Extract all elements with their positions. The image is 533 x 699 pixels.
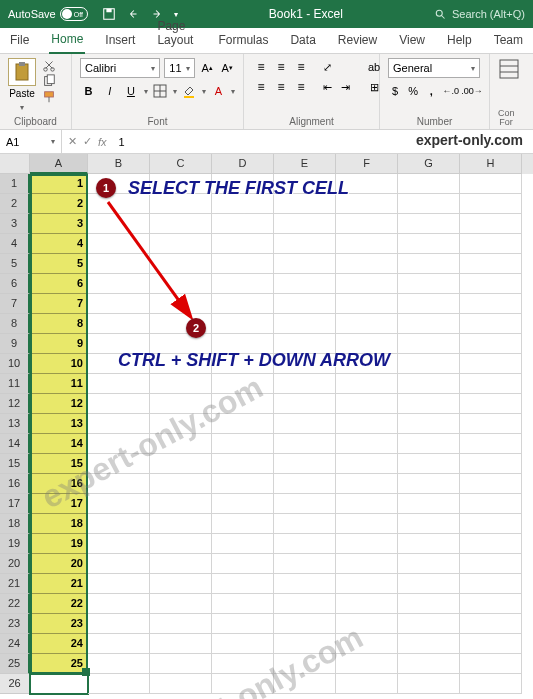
cell[interactable]: [460, 254, 522, 274]
cell[interactable]: 1: [30, 174, 88, 194]
col-header-b[interactable]: B: [88, 154, 150, 174]
cell[interactable]: 13: [30, 414, 88, 434]
cell[interactable]: [212, 554, 274, 574]
cell[interactable]: [274, 394, 336, 414]
cell[interactable]: [88, 654, 150, 674]
cell[interactable]: [460, 554, 522, 574]
cell[interactable]: [150, 474, 212, 494]
cell[interactable]: [336, 274, 398, 294]
cell[interactable]: [88, 574, 150, 594]
cell[interactable]: [460, 654, 522, 674]
row-header[interactable]: 1: [0, 174, 30, 194]
cell[interactable]: [88, 494, 150, 514]
cell[interactable]: [88, 374, 150, 394]
cell[interactable]: [398, 434, 460, 454]
search-box[interactable]: Search (Alt+Q): [434, 8, 525, 20]
copy-icon[interactable]: [42, 74, 56, 88]
increase-decimal-icon[interactable]: ←.0: [442, 82, 459, 100]
row-header[interactable]: 21: [0, 574, 30, 594]
cell[interactable]: [150, 634, 212, 654]
cell[interactable]: [150, 374, 212, 394]
cell[interactable]: [150, 654, 212, 674]
cell[interactable]: [398, 494, 460, 514]
col-header-d[interactable]: D: [212, 154, 274, 174]
cell[interactable]: [460, 294, 522, 314]
cell[interactable]: [274, 434, 336, 454]
fx-icon[interactable]: fx: [98, 136, 107, 148]
cell[interactable]: [150, 394, 212, 414]
cell[interactable]: 2: [30, 194, 88, 214]
cell[interactable]: [212, 614, 274, 634]
cell[interactable]: [398, 634, 460, 654]
cell[interactable]: [150, 274, 212, 294]
cell[interactable]: [88, 674, 150, 694]
cell[interactable]: [150, 554, 212, 574]
cell[interactable]: [274, 494, 336, 514]
row-header[interactable]: 6: [0, 274, 30, 294]
format-painter-icon[interactable]: [42, 90, 56, 104]
cell[interactable]: [336, 654, 398, 674]
cell[interactable]: [212, 254, 274, 274]
cell[interactable]: [88, 394, 150, 414]
cell[interactable]: 8: [30, 314, 88, 334]
decrease-indent-icon[interactable]: ⇤: [318, 78, 336, 96]
cancel-icon[interactable]: ✕: [68, 135, 77, 148]
cell[interactable]: [212, 274, 274, 294]
cell[interactable]: 9: [30, 334, 88, 354]
cell[interactable]: [150, 254, 212, 274]
cell[interactable]: [398, 294, 460, 314]
cell[interactable]: [274, 314, 336, 334]
cell[interactable]: [150, 614, 212, 634]
cell[interactable]: [274, 234, 336, 254]
cell[interactable]: [398, 654, 460, 674]
cell[interactable]: [398, 314, 460, 334]
cell[interactable]: [150, 594, 212, 614]
cell[interactable]: [88, 534, 150, 554]
cell[interactable]: 11: [30, 374, 88, 394]
cell[interactable]: [336, 634, 398, 654]
cell[interactable]: 16: [30, 474, 88, 494]
cell[interactable]: [212, 474, 274, 494]
cell[interactable]: [150, 234, 212, 254]
cell[interactable]: [460, 534, 522, 554]
cell[interactable]: [460, 174, 522, 194]
cell[interactable]: [274, 474, 336, 494]
tab-home[interactable]: Home: [49, 28, 85, 54]
cell[interactable]: [460, 634, 522, 654]
cell[interactable]: [398, 594, 460, 614]
fill-dropdown-icon[interactable]: ▾: [202, 87, 206, 96]
cell[interactable]: [460, 394, 522, 414]
cell[interactable]: [336, 474, 398, 494]
cell[interactable]: [398, 374, 460, 394]
number-format-select[interactable]: General▾: [388, 58, 480, 78]
cell[interactable]: [336, 534, 398, 554]
cell[interactable]: 10: [30, 354, 88, 374]
row-header[interactable]: 18: [0, 514, 30, 534]
col-header-e[interactable]: E: [274, 154, 336, 174]
cell[interactable]: [398, 674, 460, 694]
cell[interactable]: 4: [30, 234, 88, 254]
cell[interactable]: [336, 514, 398, 534]
col-header-h[interactable]: H: [460, 154, 522, 174]
row-header[interactable]: 26: [0, 674, 30, 694]
cell[interactable]: [212, 534, 274, 554]
cell[interactable]: [336, 414, 398, 434]
select-all-corner[interactable]: [0, 154, 30, 174]
cell[interactable]: [398, 474, 460, 494]
cut-icon[interactable]: [42, 58, 56, 72]
cell[interactable]: [460, 334, 522, 354]
cell[interactable]: [398, 354, 460, 374]
row-header[interactable]: 5: [0, 254, 30, 274]
cell[interactable]: [150, 214, 212, 234]
align-bottom-icon[interactable]: ≡: [292, 58, 310, 76]
cell[interactable]: [460, 234, 522, 254]
row-header[interactable]: 20: [0, 554, 30, 574]
italic-button[interactable]: I: [101, 82, 118, 100]
cell[interactable]: [460, 214, 522, 234]
underline-button[interactable]: U: [122, 82, 139, 100]
cell[interactable]: [398, 554, 460, 574]
cell[interactable]: [274, 574, 336, 594]
cell[interactable]: [274, 634, 336, 654]
cell[interactable]: [274, 454, 336, 474]
orientation-icon[interactable]: ⤢: [318, 58, 336, 76]
